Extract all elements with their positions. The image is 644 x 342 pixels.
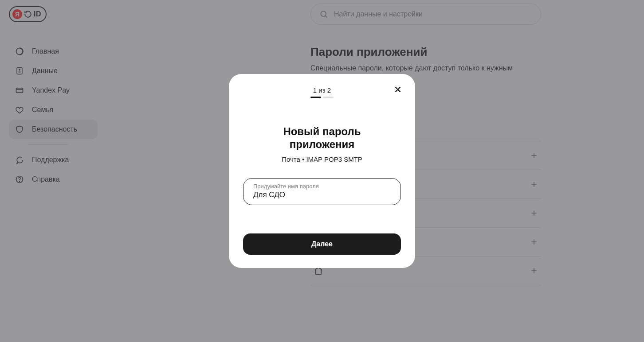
modal-subtitle: Почта • IMAP POP3 SMTP	[243, 155, 401, 163]
modal-overlay: 1 из 2 Новый пароль приложения Почта • I…	[0, 0, 644, 342]
field-label: Придумайте имя пароля	[253, 183, 391, 190]
step-progress	[310, 97, 334, 98]
close-button[interactable]	[393, 85, 403, 94]
step-indicator: 1 из 2	[313, 86, 331, 94]
modal-title: Новый пароль приложения	[243, 125, 401, 151]
password-name-field[interactable]: Придумайте имя пароля	[243, 178, 401, 205]
next-button[interactable]: Далее	[243, 233, 401, 255]
password-name-input[interactable]	[253, 190, 391, 199]
close-icon	[393, 85, 403, 94]
new-app-password-modal: 1 из 2 Новый пароль приложения Почта • I…	[229, 74, 415, 268]
